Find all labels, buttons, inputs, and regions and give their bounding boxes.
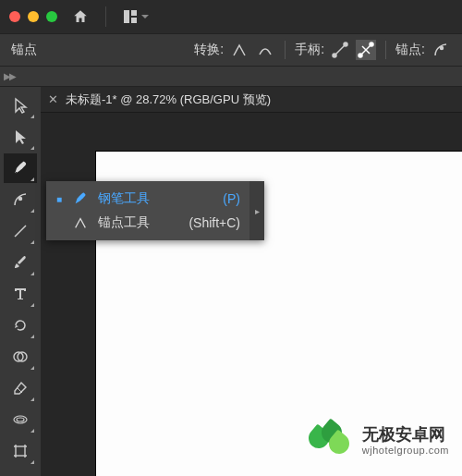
tool-flyout-indicator [30, 303, 34, 307]
rotate-tool[interactable] [4, 311, 37, 340]
handle-hide-icon[interactable] [356, 40, 376, 60]
svg-rect-2 [131, 18, 137, 23]
control-bar-right: 转换: 手柄: 锚点: [194, 40, 451, 60]
tab-close-icon[interactable]: ✕ [48, 92, 58, 106]
main-area: ✕ 未标题-1* @ 28.72% (RGB/GPU 预览) [0, 87, 462, 476]
flyout-item-shortcut: (Shift+C) [188, 215, 240, 230]
tool-flyout-indicator [30, 177, 34, 181]
watermark-title: 无极安卓网 [362, 426, 449, 445]
watermark: 无极安卓网 wjhotelgroup.com [309, 422, 449, 459]
watermark-text: 无极安卓网 wjhotelgroup.com [362, 426, 449, 456]
svg-point-15 [14, 416, 27, 423]
handle-label: 手柄: [295, 42, 324, 58]
flyout-tearoff-handle[interactable]: ▸ [249, 181, 264, 240]
anchor-remove-icon[interactable] [431, 40, 451, 60]
flyout-item-label: 锚点工具 [98, 214, 172, 231]
anchor-convert-icon [72, 215, 89, 230]
eraser-tool[interactable] [4, 373, 37, 403]
flyout-item-label: 钢笔工具 [98, 190, 206, 207]
document-area: ✕ 未标题-1* @ 28.72% (RGB/GPU 预览) [41, 87, 462, 476]
line-tool[interactable] [4, 216, 37, 246]
svg-point-7 [359, 54, 362, 57]
flyout-list: ■ 钢笔工具 (P) 锚点工具 (Shift+C) [46, 181, 249, 240]
maximize-window-button[interactable] [46, 11, 57, 22]
panel-expand-row[interactable]: ▶▶ [0, 67, 462, 87]
flyout-item-shortcut: (P) [223, 191, 240, 206]
control-bar-separator [285, 41, 286, 59]
tool-flyout-indicator [30, 146, 34, 150]
type-tool[interactable] [4, 279, 37, 309]
anchor2-label: 锚点: [395, 42, 425, 58]
curvature-tool[interactable] [4, 185, 37, 214]
convert-smooth-icon[interactable] [255, 40, 275, 60]
document-tab-title[interactable]: 未标题-1* @ 28.72% (RGB/GPU 预览) [66, 92, 271, 108]
home-icon[interactable] [72, 8, 89, 25]
svg-rect-17 [16, 446, 25, 456]
watermark-subtitle: wjhotelgroup.com [362, 445, 449, 456]
pen-icon [72, 191, 89, 206]
selection-tool[interactable] [4, 91, 37, 120]
svg-point-16 [17, 418, 24, 421]
workspace-switcher[interactable] [123, 9, 149, 24]
control-bar: 锚点 转换: 手柄: 锚点: [0, 33, 462, 67]
blend-tool[interactable] [4, 405, 37, 434]
convert-corner-icon[interactable] [229, 40, 249, 60]
svg-rect-0 [124, 10, 129, 23]
chevron-right-icon: ▶▶ [4, 71, 15, 81]
tool-flyout-indicator [30, 460, 34, 464]
tool-flyout-indicator [30, 335, 34, 338]
watermark-logo [309, 422, 353, 459]
artboard-tool[interactable] [4, 436, 37, 466]
direct-selection-tool[interactable] [4, 122, 37, 152]
titlebar-divider [105, 6, 106, 27]
pen-tool-flyout: ■ 钢笔工具 (P) 锚点工具 (Shift+C) ▸ [46, 181, 264, 240]
tools-panel [0, 87, 41, 476]
flyout-item-pen[interactable]: ■ 钢笔工具 (P) [46, 187, 249, 211]
svg-point-4 [333, 54, 336, 57]
svg-point-11 [19, 198, 22, 201]
handle-show-icon[interactable] [330, 40, 350, 60]
tool-flyout-indicator [30, 397, 34, 401]
flyout-item-anchor[interactable]: 锚点工具 (Shift+C) [46, 211, 249, 235]
anchor-label: 锚点 [11, 42, 37, 58]
shape-builder-tool[interactable] [4, 342, 37, 372]
handle-group: 手柄: [295, 40, 376, 60]
tool-flyout-indicator [30, 429, 34, 433]
svg-point-10 [441, 47, 444, 50]
document-tab-bar: ✕ 未标题-1* @ 28.72% (RGB/GPU 预览) [41, 87, 462, 113]
anchor-group: 锚点: [395, 40, 451, 60]
tool-flyout-indicator [30, 272, 34, 275]
pen-tool[interactable] [4, 153, 37, 183]
minimize-window-button[interactable] [28, 11, 39, 22]
tool-flyout-indicator [30, 209, 34, 213]
svg-point-5 [344, 43, 347, 46]
convert-group: 转换: [194, 40, 275, 60]
svg-rect-1 [131, 10, 137, 16]
traffic-lights [9, 11, 57, 22]
tool-flyout-indicator [30, 115, 34, 118]
svg-line-12 [15, 226, 26, 237]
paintbrush-tool[interactable] [4, 248, 37, 277]
flyout-selected-bullet: ■ [55, 194, 63, 204]
tool-flyout-indicator [30, 366, 34, 370]
control-bar-separator-2 [385, 41, 386, 59]
window-titlebar [0, 0, 462, 33]
convert-label: 转换: [194, 42, 224, 58]
close-window-button[interactable] [9, 11, 20, 22]
tool-flyout-indicator [30, 240, 34, 244]
svg-point-8 [370, 43, 373, 46]
